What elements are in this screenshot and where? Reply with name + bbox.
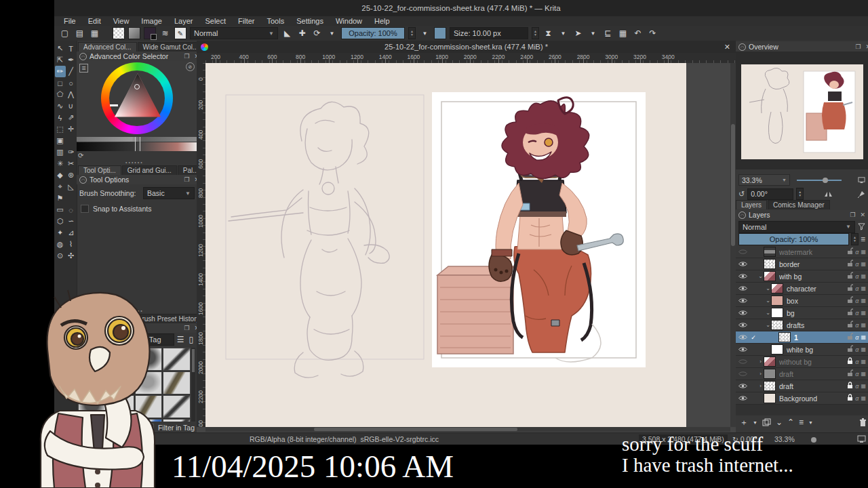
layer-thumbnail[interactable] (764, 369, 776, 379)
layer-lock-open-icon[interactable] (847, 247, 853, 256)
brush-size-chip[interactable] (434, 27, 446, 39)
opacity-slider[interactable]: Opacity: 100% (341, 27, 405, 39)
layer-visibility-icon[interactable] (736, 285, 749, 291)
overview-zoom-slider[interactable] (797, 180, 842, 181)
horizontal-mirror-icon[interactable]: ⧗ (542, 28, 554, 39)
layer-name[interactable]: watermark (779, 248, 847, 256)
layer-row-without-bg[interactable]: ›without bgα▦ (736, 356, 868, 368)
layer-row-character[interactable]: ⌄characterα▦ (736, 283, 868, 295)
layer-lock-open-icon[interactable] (847, 345, 853, 354)
inherit-alpha-icon[interactable]: ▦ (861, 371, 866, 377)
pass-through-arrow-icon[interactable]: ➤ (572, 28, 584, 39)
delete-layer-button[interactable] (859, 418, 867, 427)
menu-view[interactable]: View (108, 16, 135, 26)
layer-thumbnail[interactable] (771, 344, 783, 354)
layer-name[interactable]: border (779, 260, 847, 268)
layer-properties-button[interactable]: ≡ (799, 418, 804, 427)
polyline-tool[interactable]: ⋀ (66, 89, 77, 100)
bezier-curve-tool[interactable]: ∿ (55, 100, 66, 112)
menu-filter[interactable]: Filter (233, 16, 260, 26)
brush-editor-icon[interactable]: ✎ (174, 27, 186, 39)
alpha-lock-icon[interactable]: α (855, 285, 859, 292)
dynamic-brush-tool[interactable]: ϟ (55, 112, 66, 123)
fill-tool[interactable]: ◆ (55, 169, 66, 181)
layer-thumbnail[interactable] (771, 283, 783, 293)
docker-splitter[interactable]: •••••• (125, 160, 144, 165)
layer-visibility-icon[interactable] (736, 322, 749, 328)
tab-tool-options[interactable]: Tool Opti... (78, 165, 121, 175)
tab-comics-manager[interactable]: Comics Manager (768, 200, 830, 209)
layer-lock-open-icon[interactable] (847, 333, 853, 342)
properties-dropdown-icon[interactable]: ▼ (808, 420, 813, 425)
chevron-down-icon[interactable]: ▼ (587, 28, 599, 39)
group-expand-icon[interactable]: › (757, 383, 764, 389)
menu-help[interactable]: Help (369, 16, 395, 26)
advanced-color-selector[interactable]: ☰ ⊘ (77, 61, 197, 137)
menu-tools[interactable]: Tools (262, 16, 290, 26)
float-docker-icon[interactable]: ❐ (184, 176, 189, 183)
layer-thumbnail[interactable] (764, 259, 776, 269)
alpha-lock-icon[interactable]: α (855, 371, 859, 378)
layer-lock-closed-icon[interactable] (847, 357, 853, 366)
group-expand-icon[interactable]: ⌄ (765, 285, 771, 291)
menu-window[interactable]: Window (330, 16, 368, 26)
rectangle-tool[interactable]: □ (55, 77, 66, 89)
inherit-alpha-icon[interactable]: ▦ (861, 285, 866, 291)
text-tool[interactable]: T (66, 43, 77, 54)
polygon-tool[interactable]: ⬠ (55, 89, 66, 100)
inherit-alpha-icon[interactable]: ▦ (861, 310, 866, 316)
polygonal-select-tool[interactable]: ⬡ (55, 216, 66, 227)
layer-thumbnail[interactable] (771, 296, 783, 306)
pattern-edit-tool[interactable]: ✳ (55, 158, 66, 169)
freehand-path-tool[interactable]: ∪ (66, 100, 77, 112)
ellipse-tool[interactable]: ○ (66, 77, 77, 89)
color-sampler-tool[interactable]: ✑ (66, 146, 77, 158)
pattern-swatch[interactable] (113, 27, 125, 39)
elliptical-select-tool[interactable]: ◌ (66, 204, 77, 216)
undo-icon[interactable]: ↶ (632, 28, 644, 39)
inherit-alpha-icon[interactable]: ▦ (861, 346, 866, 352)
contiguous-select-tool[interactable]: ✦ (55, 227, 66, 239)
layer-lock-open-icon[interactable] (847, 284, 853, 293)
canvas-vertical-scrollbar[interactable] (730, 63, 736, 427)
save-icon[interactable]: ▦ (89, 28, 100, 39)
layer-thumbnail[interactable] (764, 271, 776, 281)
inherit-alpha-icon[interactable]: ▦ (861, 395, 866, 401)
chevron-down-icon[interactable]: ▼ (326, 28, 338, 39)
reload-preset-icon[interactable]: ⟳ (311, 28, 323, 39)
layer-thumbnail[interactable] (764, 247, 776, 257)
freehand-select-tool[interactable]: ∽ (66, 216, 77, 227)
layer-lock-open-icon[interactable] (847, 296, 853, 305)
menu-file[interactable]: File (58, 16, 81, 26)
close-docker-icon[interactable]: ✕ (860, 211, 865, 218)
alpha-lock-icon[interactable]: α (855, 261, 859, 268)
layer-lock-open-icon[interactable] (847, 260, 853, 268)
rotation-stepper[interactable]: ▲▼ (796, 188, 804, 200)
layer-options-menu-icon[interactable]: ≡ (861, 235, 865, 244)
layer-thumbnail[interactable] (764, 357, 776, 367)
menu-edit[interactable]: Edit (83, 16, 106, 26)
edit-shapes-tool[interactable]: ⇱ (55, 54, 66, 66)
smart-patch-tool[interactable]: ✂ (66, 158, 77, 169)
layer-name[interactable]: character (787, 285, 847, 293)
layer-visibility-icon[interactable] (736, 395, 749, 401)
alpha-lock-icon[interactable]: α (855, 322, 859, 329)
enclose-fill-tool[interactable]: ⊛ (66, 169, 77, 181)
layer-row-bg[interactable]: ⌄bgα▦ (736, 307, 868, 319)
overview-docker[interactable] (736, 52, 868, 169)
layer-lock-open-icon[interactable] (847, 272, 853, 281)
inherit-alpha-icon[interactable]: ▦ (861, 383, 866, 389)
line-tool[interactable]: ╱ (66, 66, 77, 77)
hue-ring[interactable] (101, 62, 173, 134)
similar-color-select-tool[interactable]: ⊿ (66, 227, 77, 239)
selector-settings-icon[interactable]: ☰ (79, 64, 88, 73)
layer-visibility-icon[interactable] (736, 334, 749, 340)
menu-settings[interactable]: Settings (291, 16, 329, 26)
new-document-icon[interactable]: ▢ (59, 28, 71, 39)
alpha-lock-icon[interactable]: α (855, 359, 859, 365)
move-layer-up-button[interactable]: ⌃ (787, 418, 794, 427)
bezier-select-tool[interactable]: ◍ (55, 239, 66, 250)
menu-layer[interactable]: Layer (169, 16, 199, 26)
transform-tool[interactable]: ⬚ (55, 123, 66, 135)
layer-name[interactable]: white bg (787, 346, 847, 354)
